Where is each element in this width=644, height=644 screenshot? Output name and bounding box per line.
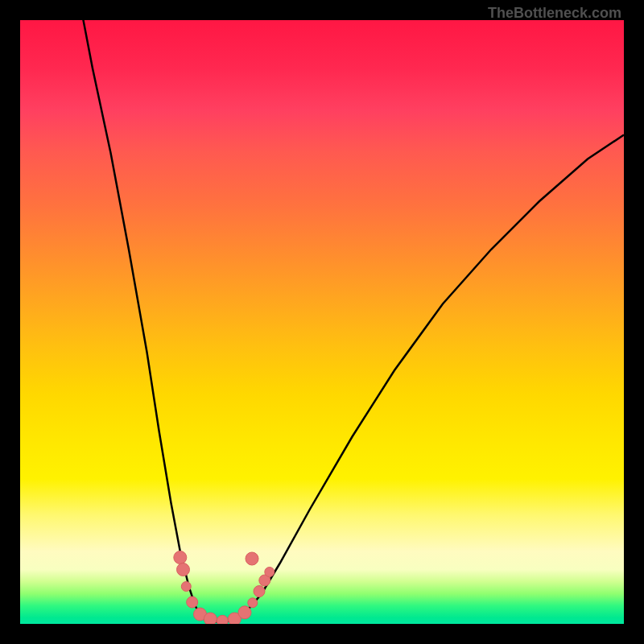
data-markers (174, 551, 275, 625)
data-marker (238, 606, 251, 619)
chart-svg (20, 20, 624, 624)
watermark-text: TheBottleneck.com (488, 5, 621, 22)
data-marker (177, 564, 190, 576)
bottleneck-curve (77, 20, 624, 622)
data-marker (254, 586, 265, 597)
data-marker (248, 598, 258, 608)
data-marker (181, 582, 191, 592)
data-marker (217, 615, 228, 624)
data-marker (187, 597, 198, 608)
data-marker (246, 552, 258, 565)
data-marker (265, 568, 275, 577)
data-marker (204, 613, 217, 624)
data-marker (174, 551, 187, 564)
